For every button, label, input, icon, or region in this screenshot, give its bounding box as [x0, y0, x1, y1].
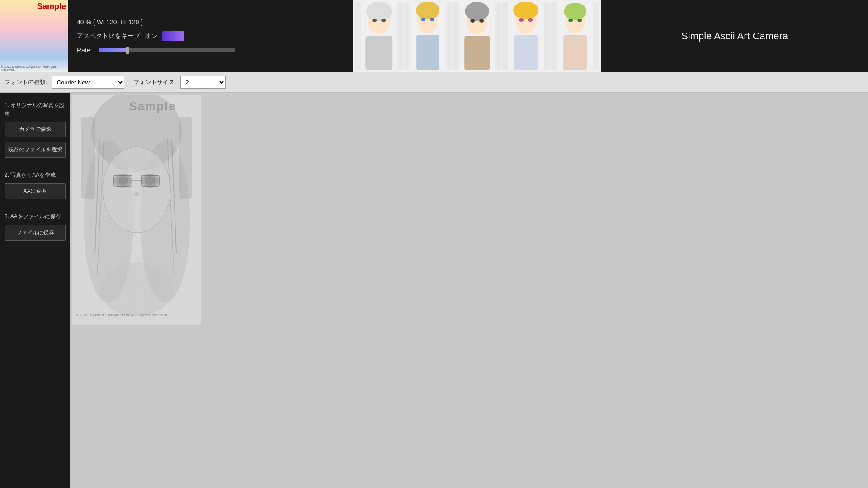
rate-slider-thumb	[126, 47, 129, 54]
svg-point-44	[577, 19, 582, 22]
preview-thumb-2	[404, 2, 452, 70]
preview-thumb-5	[551, 2, 599, 70]
svg-rect-2	[9, 14, 18, 50]
ascii-copyright: © 2011 Microsoft Corporation All Rights …	[76, 314, 169, 317]
svg-point-56	[103, 147, 170, 233]
font-size-label: フォントサイズ:	[133, 78, 176, 86]
svg-point-19	[372, 19, 377, 22]
file-button[interactable]: 既存のファイルを選択	[5, 142, 66, 158]
topbar-copyright: © 2011 Microsoft Corporation All Rights …	[1, 65, 68, 71]
controls-area: 40 % ( W: 120, H: 120 ) アスペクト比をキープ オン Ra…	[68, 0, 353, 72]
svg-point-66	[100, 262, 173, 316]
svg-point-8	[23, 33, 29, 39]
camera-button[interactable]: カメラで撮影	[5, 122, 66, 137]
size-info: 40 % ( W: 120, H: 120 )	[77, 19, 344, 26]
svg-rect-39	[514, 35, 538, 70]
ascii-art-bg: . M o	[72, 95, 201, 325]
svg-point-37	[519, 18, 524, 22]
aspect-label: アスペクト比をキープ	[77, 32, 140, 40]
svg-point-15	[33, 43, 35, 45]
ascii-sample-overlay: Sample	[129, 99, 176, 113]
step3-label: 3. AAをファイルに保存	[5, 213, 66, 221]
svg-rect-13	[36, 32, 48, 40]
aspect-toggle[interactable]	[162, 31, 184, 41]
rate-row: Rate:	[77, 47, 344, 54]
svg-point-32	[479, 19, 484, 23]
svg-point-6	[21, 32, 32, 41]
svg-rect-27	[417, 35, 439, 70]
svg-rect-3	[50, 14, 59, 50]
ascii-art-container: . M o	[72, 95, 201, 325]
svg-point-26	[430, 18, 435, 21]
font-size-select[interactable]: 1 2 3 4 5 6 8 10 12	[180, 76, 226, 89]
font-type-label: フォントの種類:	[5, 78, 47, 86]
sample-image-area: Sample © 2011 Microsoft Corporation All …	[0, 0, 68, 72]
save-button[interactable]: ファイルに保存	[5, 225, 66, 241]
svg-point-69	[134, 192, 139, 196]
svg-point-10	[26, 34, 28, 36]
app-title: Simple Ascii Art Camera	[681, 30, 788, 42]
svg-point-5	[15, 15, 53, 62]
preview-thumbnails	[353, 0, 601, 72]
font-type-select[interactable]: Courier New Arial MS Gothic Consolas	[52, 76, 124, 89]
step2-label: 2. 写真からAAを作成	[5, 171, 66, 179]
svg-rect-12	[20, 32, 32, 40]
thumb-svg-1	[355, 2, 403, 70]
svg-point-30	[465, 2, 489, 21]
svg-point-38	[528, 18, 533, 22]
svg-rect-45	[563, 35, 587, 70]
main-content: 1. オリジナルの写真を設定 カメラで撮影 既存のファイルを選択 2. 写真から…	[0, 93, 868, 488]
preview-thumb-4	[502, 2, 550, 70]
svg-point-9	[38, 33, 45, 39]
ascii-art-svg: . M o	[72, 95, 201, 325]
svg-point-25	[421, 18, 426, 21]
preview-thumbnails-area	[353, 0, 601, 72]
top-bar: Sample © 2011 Microsoft Corporation All …	[0, 0, 868, 72]
app-title-area: Simple Ascii Art Camera	[601, 0, 868, 72]
preview-thumb-3	[453, 2, 501, 70]
svg-point-11	[42, 34, 43, 36]
svg-point-43	[568, 19, 573, 22]
rate-slider[interactable]	[99, 48, 235, 52]
aspect-value: オン	[145, 32, 157, 40]
thumb-svg-5	[551, 2, 599, 70]
thumb-svg-4	[502, 2, 550, 70]
svg-rect-33	[464, 36, 490, 70]
ascii-canvas-area[interactable]: . M o	[70, 93, 868, 488]
thumb-svg-3	[453, 2, 501, 70]
convert-button[interactable]: AAに変換	[5, 183, 66, 199]
aspect-row: アスペクト比をキープ オン	[77, 31, 344, 41]
preview-thumb-1	[355, 2, 403, 70]
thumb-svg-2	[404, 2, 452, 70]
rate-label: Rate:	[77, 47, 95, 54]
svg-point-20	[381, 19, 386, 22]
svg-point-31	[470, 19, 475, 23]
font-controls-bar: フォントの種類: Courier New Arial MS Gothic Con…	[0, 72, 868, 93]
sidebar: 1. オリジナルの写真を設定 カメラで撮影 既存のファイルを選択 2. 写真から…	[0, 93, 70, 488]
step1-label: 1. オリジナルの写真を設定	[5, 102, 66, 117]
svg-point-18	[366, 2, 392, 21]
sample-label: Sample	[37, 2, 66, 11]
svg-rect-21	[365, 36, 392, 70]
rate-slider-fill	[99, 48, 127, 52]
svg-point-7	[36, 32, 47, 41]
sample-image-placeholder: Sample © 2011 Microsoft Corporation All …	[0, 0, 68, 72]
svg-point-42	[564, 3, 586, 20]
svg-point-4	[7, 14, 61, 72]
